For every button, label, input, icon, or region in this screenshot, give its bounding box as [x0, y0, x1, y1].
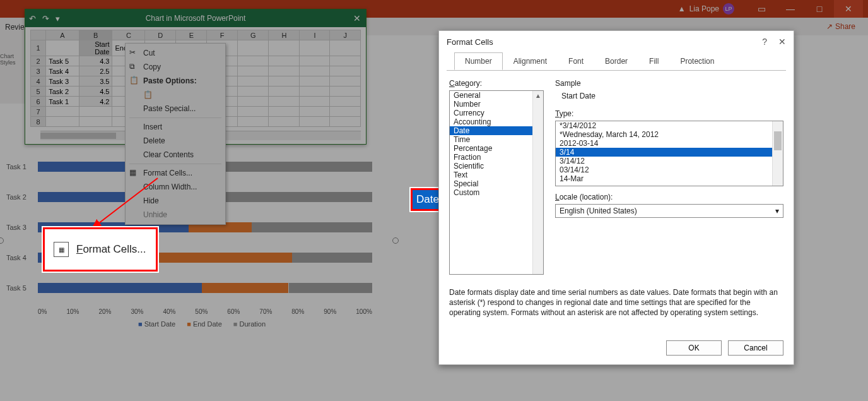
- share-label: Share: [835, 22, 855, 31]
- locale-label: Locale (location):: [555, 193, 783, 201]
- type-item[interactable]: *3/14/2012: [556, 121, 783, 130]
- menu-paste-option-1[interactable]: 📋: [126, 88, 225, 102]
- category-item[interactable]: Currency: [450, 109, 543, 117]
- maximize-button[interactable]: □: [805, 0, 834, 18]
- category-item[interactable]: Date: [450, 126, 543, 135]
- redo-icon[interactable]: ↷: [42, 14, 49, 23]
- legend-duration: Duration: [233, 320, 266, 328]
- cancel-button[interactable]: Cancel: [728, 340, 783, 356]
- ok-button[interactable]: OK: [666, 340, 722, 356]
- selection-handle[interactable]: [392, 237, 399, 244]
- user-avatar: LP: [723, 3, 734, 15]
- category-label: Category:: [449, 79, 544, 88]
- type-item[interactable]: *Wednesday, March 14, 2012: [556, 130, 783, 139]
- paste-option-icon: 📋: [143, 90, 153, 99]
- paste-icon: 📋: [129, 76, 139, 85]
- menu-paste-options: 📋Paste Options:: [126, 74, 225, 88]
- legend-end-date: End Date: [187, 320, 222, 328]
- menu-insert[interactable]: Insert: [126, 120, 225, 134]
- menu-copy[interactable]: ⧉Copy: [126, 60, 225, 74]
- ribbon-left-fragment: Review Chart Styles: [0, 18, 26, 104]
- category-list[interactable]: GeneralNumberCurrencyAccountingDateTimeP…: [449, 90, 544, 275]
- minimize-button[interactable]: —: [776, 0, 805, 18]
- chart-legend: Start Date End Date Duration: [6, 320, 397, 328]
- category-item[interactable]: General: [450, 91, 543, 100]
- qat-customize-icon[interactable]: ▾: [56, 14, 60, 23]
- tab-protection[interactable]: Protection: [669, 52, 725, 70]
- scrollbar[interactable]: [772, 121, 783, 186]
- category-item[interactable]: Fraction: [450, 153, 543, 162]
- type-item[interactable]: 2012-03-14: [556, 139, 783, 148]
- y-axis-label: Task 3: [6, 224, 38, 231]
- format-cells-icon: ▦: [54, 242, 69, 257]
- tab-font[interactable]: Font: [558, 52, 594, 70]
- format-cells-icon: ▦: [129, 168, 136, 177]
- warning-icon: ▲: [678, 4, 686, 13]
- undo-icon[interactable]: ↶: [29, 14, 36, 23]
- format-info-text: Date formats display date and time seria…: [439, 275, 794, 318]
- excel-close-button[interactable]: ✕: [353, 13, 361, 23]
- sample-label: Sample: [555, 79, 783, 88]
- type-item[interactable]: 14-Mar: [556, 174, 783, 183]
- menu-cut[interactable]: ✂Cut: [126, 46, 225, 60]
- type-item[interactable]: 3/14/12: [556, 157, 783, 165]
- category-item[interactable]: Accounting: [450, 117, 543, 126]
- account-area[interactable]: ▲ Lia Pope LP: [678, 3, 734, 15]
- share-icon: ↗: [826, 22, 833, 31]
- category-item[interactable]: Special: [450, 179, 543, 188]
- menu-clear-contents[interactable]: Clear Contents: [126, 148, 225, 162]
- dialog-help-button[interactable]: ?: [762, 37, 767, 47]
- type-item[interactable]: 3/14: [556, 148, 783, 157]
- callout-date-label: Date: [416, 193, 439, 206]
- scrollbar[interactable]: ▲: [532, 91, 543, 274]
- dialog-close-button[interactable]: ✕: [778, 37, 786, 47]
- y-axis-label: Task 5: [6, 284, 38, 292]
- tab-fill[interactable]: Fill: [638, 52, 669, 70]
- tab-alignment[interactable]: Alignment: [503, 52, 558, 70]
- type-label: Type:: [555, 109, 783, 118]
- category-item[interactable]: Percentage: [450, 144, 543, 153]
- menu-delete[interactable]: Delete: [126, 134, 225, 148]
- y-axis-label: Task 2: [6, 193, 38, 201]
- category-item[interactable]: Number: [450, 100, 543, 109]
- svg-line-0: [93, 178, 158, 227]
- callout-format-cells-label: Format Cells...: [76, 243, 146, 256]
- cut-icon: ✂: [129, 48, 136, 57]
- format-cells-dialog: Format Cells ? ✕ NumberAlignmentFontBord…: [438, 30, 794, 365]
- selection-handle[interactable]: [0, 237, 4, 244]
- category-item[interactable]: Text: [450, 171, 543, 179]
- close-button[interactable]: ✕: [834, 0, 863, 18]
- legend-start-date: Start Date: [138, 320, 175, 328]
- category-item[interactable]: Time: [450, 135, 543, 144]
- locale-value: English (United States): [560, 206, 637, 215]
- locale-dropdown[interactable]: English (United States) ▾: [555, 204, 783, 218]
- sample-value: Start Date: [555, 92, 783, 100]
- dialog-title: Format Cells: [447, 37, 493, 47]
- share-button[interactable]: ↗ Share: [826, 22, 855, 31]
- chevron-down-icon: ▾: [775, 206, 779, 215]
- type-item[interactable]: 03/14/12: [556, 165, 783, 174]
- chart-styles-label: Chart Styles: [0, 53, 26, 66]
- tab-number[interactable]: Number: [454, 52, 503, 70]
- copy-icon: ⧉: [129, 62, 135, 71]
- y-axis-label: Task 1: [6, 163, 38, 171]
- user-name: Lia Pope: [689, 4, 719, 13]
- excel-title: Chart in Microsoft PowerPoint: [146, 14, 246, 23]
- category-item[interactable]: Custom: [450, 188, 543, 197]
- y-axis-label: Task 4: [6, 254, 38, 261]
- excel-titlebar: ↶ ↷ ▾ Chart in Microsoft PowerPoint ✕: [25, 9, 366, 27]
- category-item[interactable]: Scientific: [450, 162, 543, 171]
- tab-border[interactable]: Border: [594, 52, 638, 70]
- callout-format-cells: ▦ Format Cells...: [43, 227, 158, 272]
- type-list[interactable]: *3/14/2012*Wednesday, March 14, 20122012…: [555, 121, 783, 186]
- menu-paste-special[interactable]: Paste Special...: [126, 102, 225, 116]
- ribbon-options-button[interactable]: ▭: [747, 0, 776, 18]
